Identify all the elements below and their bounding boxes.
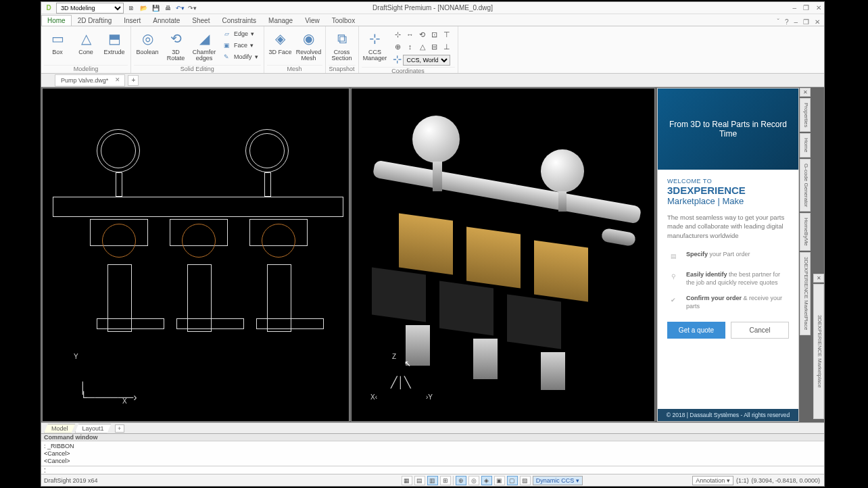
ccs-manager-button[interactable]: ⊹CCS Manager <box>362 28 389 63</box>
tab-2d-drafting[interactable]: 2D Drafting <box>72 15 118 26</box>
ccs-view-icon[interactable]: ⊡ <box>429 29 440 40</box>
ribbon-group-snapshot: ⧉Cross Section Snapshot <box>326 26 359 73</box>
ccs-3p-icon[interactable]: △ <box>417 41 428 52</box>
boolean-icon: ◎ <box>138 29 157 48</box>
3d-rotate-button[interactable]: ⟲3D Rotate <box>162 28 189 63</box>
status-toggle-5[interactable]: ◎ <box>468 476 479 485</box>
tab-view[interactable]: View <box>299 15 326 26</box>
tab-toolbox[interactable]: Toolbox <box>326 15 361 26</box>
command-input-row[interactable]: : <box>41 466 824 474</box>
ccs-y-icon[interactable]: ↕ <box>405 41 416 52</box>
workspace-dropdown[interactable]: 3D Modeling <box>56 3 124 14</box>
ribbon-label-solid-editing: Solid Editing <box>134 65 261 73</box>
tab-home[interactable]: Home <box>41 15 72 26</box>
vtab-homebyme[interactable]: HomeByMe <box>800 213 811 251</box>
edge-icon: ▱ <box>222 29 231 39</box>
status-toggle-9[interactable]: ▧ <box>520 476 531 485</box>
annotation-dropdown[interactable]: Annotation ▾ <box>692 476 733 485</box>
doc-maximize-icon[interactable]: ❐ <box>803 18 809 26</box>
tab-sheet[interactable]: Sheet <box>186 15 216 26</box>
ccs-world-icon[interactable]: ⊹ <box>393 29 404 40</box>
file-tab[interactable]: Pump Valve.dwg*✕ <box>55 74 125 87</box>
boolean-button[interactable]: ◎Boolean <box>134 28 161 57</box>
tab-manage[interactable]: Manage <box>262 15 299 26</box>
panel2-close-icon[interactable]: ✕ <box>813 274 824 283</box>
sheet-tab-model[interactable]: Model <box>44 424 76 433</box>
revolved-mesh-button[interactable]: ◉Revolved Mesh <box>295 28 322 63</box>
status-toggle-8[interactable]: ▢ <box>507 476 518 485</box>
vtab-marketplace-2[interactable]: 3DEXPERIENCE Marketplace <box>813 284 824 419</box>
modify-icon: ✎ <box>222 52 231 62</box>
undo-icon[interactable]: ↶▾ <box>175 3 185 13</box>
box-button[interactable]: ▭Box <box>44 28 71 57</box>
tab-constraints[interactable]: Constraints <box>216 15 262 26</box>
dynamic-ccs-dropdown[interactable]: Dynamic CCS ▾ <box>533 476 583 485</box>
cancel-button[interactable]: Cancel <box>731 322 789 339</box>
minimize-button[interactable]: – <box>792 4 796 11</box>
cursor-icon: ↖ <box>404 359 411 368</box>
ribbon-group-coordinates: ⊹CCS Manager ⊹↔⟲⊡⊤ ⊕↕△⊟⊥ ⊹ CCS, World Co… <box>359 26 458 73</box>
redo-icon[interactable]: ↷▾ <box>187 3 197 13</box>
chamfer-edges-button[interactable]: ◢Chamfer edges <box>191 28 218 63</box>
ccs-z-icon[interactable]: ⊥ <box>441 41 452 52</box>
extrude-button[interactable]: ⬒Extrude <box>101 28 128 57</box>
vtab-marketplace[interactable]: 3DEXPERIENCE MarketPlace <box>800 252 811 335</box>
panel-banner: From 3D to Real Parts in Record Time <box>658 89 798 170</box>
feature-confirm: ✔ Confirm your order & receive your part… <box>658 291 798 314</box>
new-tab-button[interactable]: + <box>128 75 139 86</box>
status-bar: DraftSight 2019 x64 ▦ ▤ ▥ ⊞ ⊕ ◎ ◈ ▣ ▢ ▧ … <box>41 474 824 486</box>
print-icon[interactable]: 🖶 <box>163 3 172 13</box>
doc-minimize-icon[interactable]: – <box>794 18 798 26</box>
tab-insert[interactable]: Insert <box>118 15 147 26</box>
open-file-icon[interactable]: 📂 <box>139 3 148 13</box>
file-tab-strip: Pump Valve.dwg*✕ + <box>41 74 824 87</box>
status-toggle-2[interactable]: ▥ <box>427 476 438 485</box>
ccs-dropdown[interactable]: CCS, World <box>403 55 450 66</box>
ccs-top-icon[interactable]: ⊤ <box>441 29 452 40</box>
maximize-button[interactable]: ❐ <box>803 4 809 11</box>
panel-footer: © 2018 | Dassault Systèmes - All rights … <box>658 409 798 421</box>
ccs-rot-icon[interactable]: ⟲ <box>417 29 428 40</box>
3dface-button[interactable]: ◈3D Face <box>267 28 294 57</box>
sheet-add-button[interactable]: + <box>115 424 124 433</box>
status-toggle-1[interactable]: ▤ <box>414 476 425 485</box>
command-prompt: : <box>44 466 46 474</box>
vtab-gcode[interactable]: G-code Generator <box>800 159 811 212</box>
cone-icon: △ <box>76 29 95 48</box>
ribbon-minimize-icon[interactable]: ˇ <box>777 18 779 26</box>
doc-close-icon[interactable]: ✕ <box>815 18 820 26</box>
file-tab-close-icon[interactable]: ✕ <box>115 76 120 83</box>
status-toggle-7[interactable]: ▣ <box>494 476 505 485</box>
close-button[interactable]: ✕ <box>816 4 821 11</box>
help-icon[interactable]: ? <box>785 18 789 26</box>
face-button[interactable]: ▣Face ▾ <box>220 40 260 51</box>
save-icon[interactable]: 💾 <box>151 3 160 13</box>
viewport-2d[interactable]: │ Y └──────› X <box>42 88 349 422</box>
window-controls: – ❐ ✕ <box>792 4 821 11</box>
ribbon-label-coordinates: Coordinates <box>362 67 455 74</box>
status-toggle-3[interactable]: ⊞ <box>440 476 451 485</box>
status-toggle-0[interactable]: ▦ <box>402 476 412 485</box>
vtab-home[interactable]: Home <box>800 133 811 157</box>
ccs-origin-icon[interactable]: ⊕ <box>393 41 404 52</box>
new-file-icon[interactable]: 🗎 <box>126 3 136 13</box>
cross-section-button[interactable]: ⧉Cross Section <box>329 28 356 63</box>
status-toggle-6[interactable]: ◈ <box>481 476 492 485</box>
chamfer-icon: ◢ <box>195 29 214 48</box>
tab-annotate[interactable]: Annotate <box>147 15 186 26</box>
status-toggle-4[interactable]: ⊕ <box>456 476 466 485</box>
edge-button[interactable]: ▱Edge ▾ <box>220 28 260 39</box>
vertical-tabs: ✕ Properties Home G-code Generator HomeB… <box>800 88 811 422</box>
modify-button[interactable]: ✎Modify ▾ <box>220 51 260 62</box>
ccs-x-icon[interactable]: ↔ <box>405 29 416 40</box>
sheet-tab-layout1[interactable]: Layout1 <box>75 424 112 433</box>
panel-close-icon[interactable]: ✕ <box>800 88 811 97</box>
menu-tabs: Home 2D Drafting Insert Annotate Sheet C… <box>41 14 824 26</box>
ccs-prev-icon[interactable]: ⊟ <box>429 41 440 52</box>
get-quote-button[interactable]: Get a quote <box>667 322 725 339</box>
vtab-properties[interactable]: Properties <box>800 98 811 132</box>
ccs-named-icon[interactable]: ⊹ <box>393 53 402 66</box>
viewport-3d[interactable]: Z ╱│╲ X‹ ›Y ↖ <box>351 88 655 422</box>
status-scale: (1:1) <box>736 477 749 484</box>
cone-button[interactable]: △Cone <box>72 28 99 57</box>
